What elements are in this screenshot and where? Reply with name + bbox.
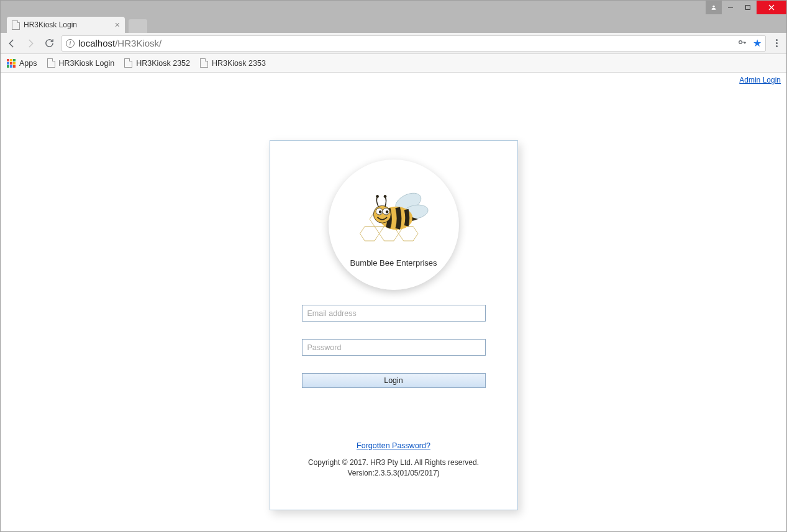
saved-password-icon[interactable]	[738, 38, 747, 48]
back-button[interactable]	[6, 37, 18, 50]
version-line: Version:2.3.5.3(01/05/2017)	[283, 468, 505, 479]
url-path: /HR3Kiosk/	[115, 38, 161, 48]
user-icon[interactable]	[706, 1, 722, 14]
url-host: localhost	[78, 38, 115, 48]
maximize-button[interactable]	[739, 1, 757, 14]
svg-marker-9	[360, 227, 379, 241]
bookmark-label: HR3Kiosk 2352	[136, 59, 190, 68]
file-icon	[124, 58, 132, 68]
site-info-icon[interactable]: i	[66, 39, 75, 48]
login-button[interactable]: Login	[302, 373, 486, 388]
file-icon	[47, 58, 55, 68]
svg-point-21	[383, 195, 386, 198]
copyright-line: Copyright © 2017. HR3 Pty Ltd. All Right…	[283, 458, 505, 468]
svg-point-15	[373, 205, 391, 223]
svg-point-0	[712, 6, 714, 7]
bookmark-item[interactable]: HR3Kiosk 2353	[200, 58, 266, 68]
minimize-button[interactable]	[722, 1, 739, 14]
page-content: Admin Login	[1, 73, 786, 531]
new-tab-button[interactable]	[129, 19, 147, 33]
svg-point-20	[376, 195, 379, 198]
bookmark-label: HR3Kiosk 2353	[212, 59, 266, 68]
file-icon	[12, 20, 20, 30]
forgot-password-link[interactable]: Forgotten Password?	[357, 441, 430, 450]
bookmarks-bar: Apps HR3Kiosk Login HR3Kiosk 2352 HR3Kio…	[1, 54, 786, 73]
tab-close-icon[interactable]: ×	[115, 20, 120, 29]
tab-title: HR3Kiosk Login	[24, 20, 77, 29]
bookmark-item[interactable]: HR3Kiosk 2352	[124, 58, 190, 68]
email-field[interactable]	[302, 305, 486, 322]
bookmark-star-icon[interactable]: ★	[753, 37, 762, 49]
svg-point-18	[378, 210, 381, 214]
browser-window: HR3Kiosk Login × i localhost/HR3Kiosk/ ★	[0, 0, 787, 532]
svg-rect-2	[746, 6, 750, 10]
company-name: Bumble Bee Enterprises	[350, 258, 437, 268]
password-field[interactable]	[302, 339, 486, 356]
svg-point-19	[385, 210, 388, 214]
apps-grid-icon	[7, 59, 16, 68]
browser-menu-button[interactable]	[772, 39, 781, 47]
apps-shortcut[interactable]: Apps	[7, 59, 37, 68]
address-bar[interactable]: i localhost/HR3Kiosk/ ★	[61, 35, 766, 52]
titlebar	[1, 1, 786, 16]
bookmark-label: HR3Kiosk Login	[59, 59, 115, 68]
tab-strip: HR3Kiosk Login ×	[1, 16, 786, 33]
bee-icon	[350, 185, 437, 253]
close-button[interactable]	[757, 1, 786, 14]
copyright-text: Copyright © 2017. HR3 Pty Ltd. All Right…	[283, 458, 505, 479]
apps-label: Apps	[19, 59, 37, 68]
bookmark-item[interactable]: HR3Kiosk Login	[47, 58, 115, 68]
login-card: Bumble Bee Enterprises Login Forgotten P…	[270, 140, 518, 510]
svg-point-5	[739, 41, 742, 44]
file-icon	[200, 58, 208, 68]
admin-login-row: Admin Login	[1, 73, 786, 84]
admin-login-link[interactable]: Admin Login	[739, 76, 781, 84]
company-logo: Bumble Bee Enterprises	[329, 160, 459, 290]
tab-hr3kiosk-login[interactable]: HR3Kiosk Login ×	[7, 17, 125, 33]
forward-button[interactable]	[24, 37, 37, 50]
browser-toolbar: i localhost/HR3Kiosk/ ★	[1, 33, 786, 54]
reload-button[interactable]	[43, 37, 55, 50]
